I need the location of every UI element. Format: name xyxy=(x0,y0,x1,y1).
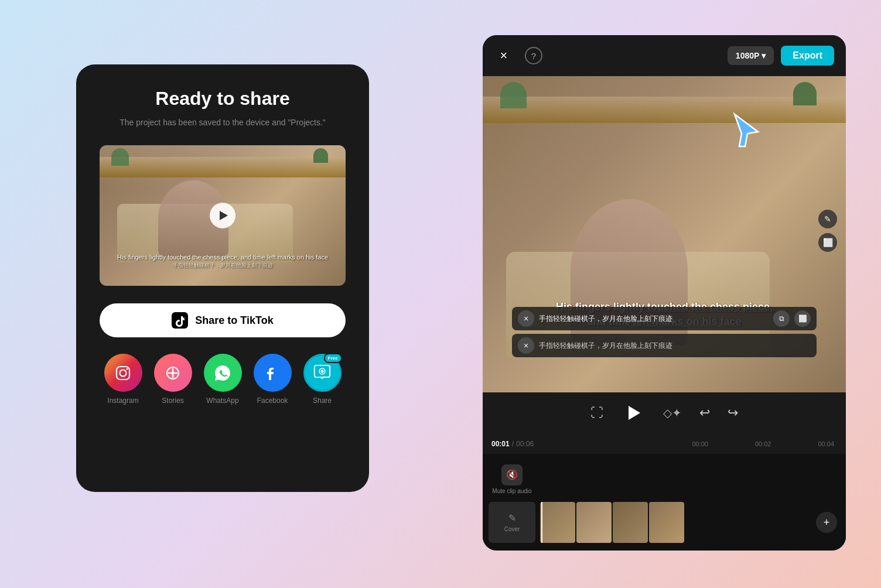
timeline-tracks: 🔇 Mute clip audio ✎ Cover xyxy=(483,454,846,551)
audio-track-label-area: 🔇 Mute clip audio xyxy=(489,464,535,494)
video-track-row: ✎ Cover + xyxy=(489,502,840,543)
cover-label: Cover xyxy=(504,526,520,532)
stories-share-item[interactable]: Stories xyxy=(154,354,192,405)
caption-close-button[interactable]: × xyxy=(518,310,534,327)
marker-0: 00:00 xyxy=(692,440,708,447)
play-editor-button[interactable] xyxy=(621,401,646,425)
video-thumbnails xyxy=(540,502,684,543)
mute-track-label: Mute clip audio xyxy=(492,488,531,494)
video-track-content: + xyxy=(540,502,840,543)
thumb-2 xyxy=(576,502,612,543)
svg-point-3 xyxy=(127,368,128,370)
facebook-icon-circle xyxy=(254,354,292,392)
current-time: 00:01 xyxy=(491,440,510,448)
time-divider: / xyxy=(512,440,514,448)
resolution-button[interactable]: 1080P ▾ xyxy=(728,46,774,65)
video-plants2 xyxy=(313,148,328,163)
caption-en: His fingers lightly touched the chess pi… xyxy=(105,253,340,262)
cover-block[interactable]: ✎ Cover xyxy=(489,502,535,543)
caption-copy-button[interactable]: ⧉ xyxy=(773,310,790,327)
video-plants xyxy=(111,148,129,166)
cursor-arrow xyxy=(729,111,764,152)
video-preview: His fingers lightly touched the chess pi… xyxy=(100,145,346,286)
share-app-item[interactable]: Free Share xyxy=(303,354,342,405)
caption-edit-text: 手指轻轻触碰棋子，岁月在他脸上刻下痕迹 xyxy=(539,314,769,324)
resize-edit-button[interactable]: ⬜ xyxy=(818,233,837,252)
editor-video: His fingers lightly touched the chess pi… xyxy=(483,76,846,392)
ready-to-share-panel: Ready to share The project has been save… xyxy=(76,64,369,492)
caption-resize-button[interactable]: ⬜ xyxy=(794,310,811,327)
stories-label: Stories xyxy=(162,396,183,405)
timeline-time-row: 00:01 / 00:06 00:00 00:02 00:04 xyxy=(483,433,846,454)
free-badge: Free xyxy=(324,353,342,363)
thumb-1 xyxy=(540,502,575,543)
panel-title: Ready to share xyxy=(155,88,289,110)
time-markers: 00:00 00:02 00:04 xyxy=(692,433,846,454)
edit-icons: ✎ ⬜ xyxy=(818,210,837,252)
caption-cn: 手指轻轻触碰棋子，岁月在他脸上刻下痕迹 xyxy=(105,262,340,269)
caption-edit-area: × 手指轻轻触碰棋子，岁月在他脸上刻下痕迹 ⧉ ⬜ × 手指轻轻触碰棋子，岁月在… xyxy=(512,307,817,357)
undo-icon[interactable]: ↩ xyxy=(699,405,710,421)
diamond-icon[interactable]: ◇✦ xyxy=(663,406,682,420)
ev-plants xyxy=(500,82,527,108)
whatsapp-icon-circle xyxy=(204,354,242,392)
timeline-area: 00:01 / 00:06 00:00 00:02 00:04 🔇 Mute c… xyxy=(483,433,846,551)
tiktok-share-button[interactable]: Share to TikTok xyxy=(100,303,346,337)
mute-clip-icon[interactable]: 🔇 xyxy=(501,464,523,486)
play-triangle-icon xyxy=(220,211,228,220)
play-button[interactable] xyxy=(210,203,235,228)
share-icons-row: Instagram Stories WhatsApp xyxy=(104,354,342,405)
video-track-label-area: ✎ Cover xyxy=(489,502,535,543)
pencil-edit-button[interactable]: ✎ xyxy=(818,210,837,228)
facebook-label: Facebook xyxy=(257,396,288,405)
resolution-label: 1080P xyxy=(736,51,759,60)
video-editor-panel: × ? 1080P ▾ Export His finge xyxy=(483,35,846,551)
video-shelf xyxy=(100,157,346,177)
timeline-playhead xyxy=(541,502,542,543)
thumb-4 xyxy=(649,502,684,543)
ev-plants2 xyxy=(793,82,817,105)
chevron-down-icon: ▾ xyxy=(762,51,766,60)
export-button[interactable]: Export xyxy=(781,46,834,66)
thumb-3 xyxy=(613,502,648,543)
video-caption: His fingers lightly touched the chess pi… xyxy=(100,253,346,269)
fullscreen-icon[interactable]: ⛶ xyxy=(590,405,603,421)
header-left: × ? xyxy=(494,46,542,65)
audio-track-row: 🔇 Mute clip audio xyxy=(489,459,840,500)
whatsapp-label: WhatsApp xyxy=(206,396,238,405)
stories-icon-circle xyxy=(154,354,192,392)
total-time: 00:06 xyxy=(516,440,534,448)
instagram-share-item[interactable]: Instagram xyxy=(104,354,142,405)
play-triangle-editor xyxy=(629,406,640,420)
caption-cn-text: 手指轻轻触碰棋子，岁月在他脸上刻下痕迹 xyxy=(539,341,811,351)
redo-icon[interactable]: ↪ xyxy=(728,405,738,421)
audio-track-content xyxy=(540,459,840,500)
marker-4: 00:04 xyxy=(818,440,834,447)
instagram-icon-circle xyxy=(104,354,142,392)
editor-header: × ? 1080P ▾ Export xyxy=(483,35,846,76)
editor-controls: ⛶ ◇✦ ↩ ↪ xyxy=(483,392,846,433)
add-clip-button[interactable]: + xyxy=(816,512,837,533)
header-right: 1080P ▾ Export xyxy=(728,46,834,66)
marker-2: 00:02 xyxy=(755,440,771,447)
ev-shelf xyxy=(483,97,846,123)
instagram-label: Instagram xyxy=(107,396,138,405)
share-icon-circle: Free xyxy=(303,354,342,392)
panel-subtitle: The project has been saved to the device… xyxy=(119,117,326,129)
close-button[interactable]: × xyxy=(494,46,513,65)
svg-point-2 xyxy=(120,370,127,376)
svg-point-10 xyxy=(321,370,324,372)
pencil-cover-icon: ✎ xyxy=(508,512,516,524)
help-button[interactable]: ? xyxy=(525,47,542,64)
whatsapp-share-item[interactable]: WhatsApp xyxy=(204,354,242,405)
facebook-share-item[interactable]: Facebook xyxy=(254,354,292,405)
tiktok-icon xyxy=(172,312,188,329)
share-label: Share xyxy=(313,396,332,405)
caption-close2-button[interactable]: × xyxy=(518,337,534,354)
tiktok-label: Share to TikTok xyxy=(195,314,273,327)
